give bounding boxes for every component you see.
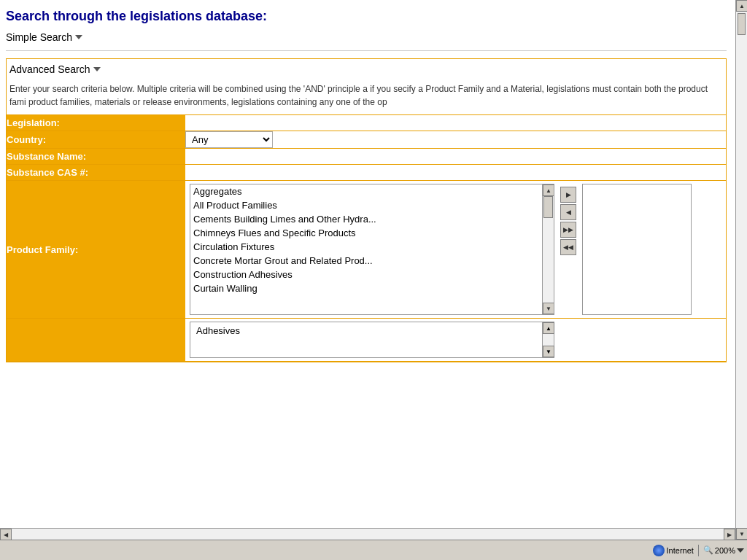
substance-name-input[interactable]	[185, 149, 726, 164]
product-family-row: Product Family: AggregatesAll Product Fa…	[7, 181, 726, 319]
list-item[interactable]: All Product Families	[190, 198, 541, 212]
country-row: Country: Any	[7, 131, 726, 149]
material-scroll-up[interactable]: ▲	[543, 322, 554, 334]
bottom-scrollbar[interactable]: ◀ ▶	[0, 528, 735, 540]
advanced-search-header[interactable]: Advanced Search	[7, 59, 726, 79]
substance-cas-row: Substance CAS #:	[7, 165, 726, 181]
simple-search-arrow-icon	[75, 35, 82, 39]
list-item[interactable]: Aggregates	[190, 184, 541, 198]
list-item[interactable]: Curtain Walling	[190, 281, 541, 295]
transfer-right-single-button[interactable]: ▶	[560, 187, 576, 203]
browser-bar: Internet 🔍 200%	[0, 540, 747, 560]
zoom-label: 200%	[715, 546, 735, 555]
substance-name-row: Substance Name:	[7, 149, 726, 165]
simple-search-section: Simple Search	[6, 31, 727, 51]
listbox-scroll-track	[543, 196, 554, 303]
material-input-cell: Adhesives ▲ ▼	[185, 319, 726, 362]
zoom-icon: 🔍	[703, 545, 713, 555]
product-family-input-cell: AggregatesAll Product FamiliesCements Bu…	[185, 181, 726, 319]
substance-cas-input-cell	[185, 165, 726, 181]
country-dropdown[interactable]: Any	[185, 131, 273, 148]
bottom-scroll-left[interactable]: ◀	[0, 529, 12, 540]
country-input-cell: Any	[185, 131, 726, 149]
material-scroll-down[interactable]: ▼	[543, 346, 554, 357]
advanced-search-label: Advanced Search	[9, 63, 90, 75]
bottom-scroll-track	[12, 529, 724, 540]
transfer-buttons: ▶ ◀ ▶▶ ◀◀	[557, 184, 579, 258]
internet-status: Internet	[653, 545, 694, 556]
list-item[interactable]: Concrete Mortar Grout and Related Prod..…	[190, 254, 541, 268]
main-container: ▲ ▼ Search through the legislations data…	[0, 0, 747, 560]
description-text: Enter your search criteria below. Multip…	[7, 79, 726, 115]
material-scrollbar[interactable]: ▲ ▼	[542, 322, 554, 357]
scroll-down-arrow[interactable]: ▼	[736, 528, 747, 540]
legislation-input[interactable]	[185, 115, 726, 131]
substance-name-input-cell	[185, 149, 726, 165]
form-table: Legislation: Country: Any	[7, 115, 726, 362]
transfer-right-all-button[interactable]: ▶▶	[560, 222, 576, 238]
material-content: Adhesives ▲ ▼	[185, 319, 726, 361]
material-listbox-inner: Adhesives	[190, 322, 542, 339]
listbox-scrollbar[interactable]: ▲ ▼	[542, 184, 554, 314]
simple-search-header[interactable]: Simple Search	[6, 31, 727, 43]
substance-cas-input[interactable]	[185, 165, 726, 180]
listbox-scroll-thumb[interactable]	[543, 196, 553, 218]
list-item[interactable]: Circulation Fixtures	[190, 240, 541, 254]
scroll-up-arrow[interactable]: ▲	[736, 0, 747, 12]
advanced-search-arrow-icon	[93, 67, 101, 71]
page-title: Search through the legislations database…	[6, 9, 727, 24]
advanced-search-section: Advanced Search Enter your search criter…	[6, 58, 727, 362]
transfer-left-all-button[interactable]: ◀◀	[560, 239, 576, 255]
material-row: Adhesives ▲ ▼	[7, 319, 726, 362]
country-label: Country:	[7, 131, 185, 149]
material-listbox[interactable]: Adhesives ▲ ▼	[190, 322, 554, 358]
right-scrollbar[interactable]: ▲ ▼	[735, 0, 747, 540]
country-select: Any	[185, 131, 726, 148]
browser-bar-right: Internet 🔍 200%	[653, 545, 744, 556]
scroll-thumb[interactable]	[738, 13, 746, 35]
list-item[interactable]: Chimneys Flues and Specific Products	[190, 226, 541, 240]
legislation-row: Legislation:	[7, 115, 726, 131]
zoom-area[interactable]: 🔍 200%	[703, 545, 744, 555]
zoom-dropdown-arrow-icon	[737, 548, 744, 553]
product-family-selected-listbox[interactable]	[582, 184, 692, 315]
substance-name-label: Substance Name:	[7, 149, 185, 165]
substance-cas-label: Substance CAS #:	[7, 165, 185, 181]
product-family-label: Product Family:	[7, 181, 185, 319]
list-item[interactable]: Adhesives	[193, 324, 529, 338]
product-family-listbox-container: AggregatesAll Product FamiliesCements Bu…	[190, 184, 554, 315]
product-family-content: AggregatesAll Product FamiliesCements Bu…	[185, 181, 726, 318]
internet-label: Internet	[667, 546, 694, 555]
product-family-listbox[interactable]: AggregatesAll Product FamiliesCements Bu…	[190, 184, 554, 315]
content-area: Search through the legislations database…	[0, 0, 735, 368]
list-item[interactable]: Cements Building Limes and Other Hydra..…	[190, 212, 541, 226]
listbox-scroll-up[interactable]: ▲	[543, 184, 554, 196]
globe-icon	[653, 545, 665, 556]
material-label	[7, 319, 185, 362]
transfer-left-single-button[interactable]: ◀	[560, 204, 576, 220]
listbox-scroll-down[interactable]: ▼	[543, 303, 554, 314]
list-item[interactable]: Construction Adhesives	[190, 268, 541, 281]
bottom-scroll-right[interactable]: ▶	[724, 529, 735, 540]
legislation-label: Legislation:	[7, 115, 185, 131]
simple-search-label: Simple Search	[6, 31, 72, 43]
legislation-input-cell	[185, 115, 726, 131]
product-family-items: AggregatesAll Product FamiliesCements Bu…	[190, 184, 554, 295]
